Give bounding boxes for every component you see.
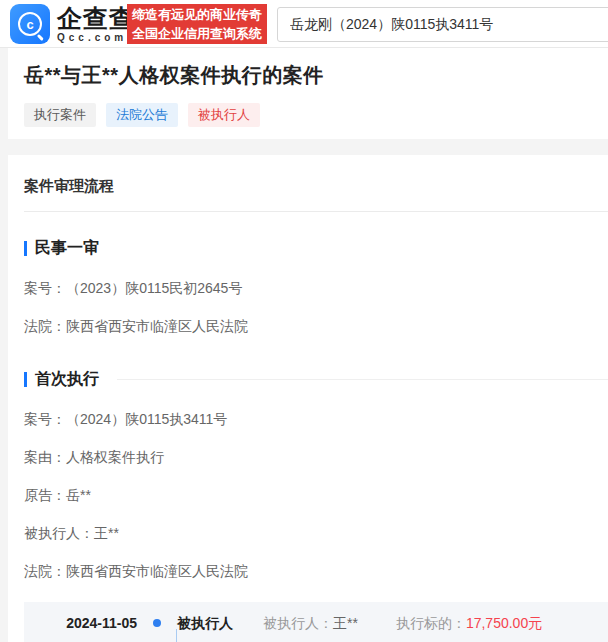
field-value: 陕西省西安市临潼区人民法院: [66, 563, 248, 579]
detail-value-amount: 17,750.00元: [466, 615, 542, 631]
page-title: 岳**与王**人格权案件执行的案件: [24, 62, 592, 89]
field-value: 陕西省西安市临潼区人民法院: [66, 318, 248, 334]
detail-value: 王**: [333, 615, 358, 631]
magnifier-icon: c: [18, 12, 42, 36]
tag-court-announcement[interactable]: 法院公告: [106, 103, 178, 127]
case-timeline: 2024-11-05 被执行人 被执行人：王** 执行标的：17,750.00元…: [24, 602, 608, 642]
divider: [117, 379, 608, 380]
timeline-date: 2024-11-05: [24, 615, 137, 631]
field-court: 法院：陕西省西安市临潼区人民法院: [24, 562, 608, 580]
timeline-details: 被执行人：王** 执行标的：17,750.00元: [263, 615, 542, 633]
blue-bar-icon: [24, 241, 27, 256]
field-label: 案号：: [24, 411, 66, 427]
brand-domain: Qcc.com: [57, 33, 135, 43]
field-value: 人格权案件执行: [66, 449, 164, 465]
blue-bar-icon: [24, 372, 27, 387]
detail-label: 被执行人：: [263, 615, 333, 631]
field-label: 被执行人：: [24, 525, 94, 541]
top-header: c 企查查 Qcc.com 缔造有远见的商业传奇 全国企业信用查询系统: [0, 0, 608, 48]
field-value: 岳**: [66, 487, 91, 503]
case-title-card: 岳**与王**人格权案件执行的案件 执行案件 法院公告 被执行人: [8, 48, 608, 139]
qcc-logo[interactable]: c 企查查 Qcc.com: [10, 4, 135, 44]
slogan-banner: 缔造有远见的商业传奇 全国企业信用查询系统: [127, 4, 267, 44]
tag-row: 执行案件 法院公告 被执行人: [24, 103, 592, 127]
field-label: 原告：: [24, 487, 66, 503]
section-heading-civil-first-trial: 民事一审: [24, 238, 608, 259]
section-heading-first-execution: 首次执行: [24, 369, 608, 390]
slogan-line-2: 全国企业信用查询系统: [132, 24, 262, 43]
field-case-number: 案号：（2023）陕0115民初2645号: [24, 279, 608, 297]
section-heading-label: 首次执行: [35, 369, 99, 390]
field-plaintiff: 原告：岳**: [24, 486, 608, 504]
slogan-line-1: 缔造有远见的商业传奇: [132, 5, 262, 24]
field-case-number: 案号：（2024）陕0115执3411号: [24, 410, 608, 428]
timeline-row-person-executed: 2024-11-05 被执行人 被执行人：王** 执行标的：17,750.00元: [24, 615, 608, 633]
field-cause: 案由：人格权案件执行: [24, 448, 608, 466]
field-person-executed: 被执行人：王**: [24, 524, 608, 542]
field-label: 法院：: [24, 563, 66, 579]
qcc-logo-icon: c: [10, 4, 50, 44]
timeline-dot-icon: [153, 619, 161, 627]
timeline-event[interactable]: 被执行人: [177, 615, 263, 633]
tag-execution-case[interactable]: 执行案件: [24, 103, 96, 127]
tag-person-executed[interactable]: 被执行人: [188, 103, 260, 127]
detail-execution-amount: 执行标的：17,750.00元: [396, 615, 542, 633]
case-flow-card: 案件审理流程 民事一审 案号：（2023）陕0115民初2645号 法院：陕西省…: [8, 155, 608, 642]
search-input[interactable]: [277, 7, 608, 42]
section-title-case-flow: 案件审理流程: [24, 177, 608, 196]
field-label: 案由：: [24, 449, 66, 465]
field-court: 法院：陕西省西安市临潼区人民法院: [24, 317, 608, 335]
field-value: （2024）陕0115执3411号: [66, 411, 227, 427]
divider: [24, 211, 608, 212]
detail-person-executed: 被执行人：王**: [263, 615, 358, 633]
timeline-node: [137, 615, 177, 627]
field-label: 法院：: [24, 318, 66, 334]
field-value: 王**: [94, 525, 119, 541]
field-value: （2023）陕0115民初2645号: [66, 280, 242, 296]
logo-text: 企查查 Qcc.com: [57, 6, 135, 43]
detail-label: 执行标的：: [396, 615, 466, 631]
section-heading-label: 民事一审: [35, 238, 99, 259]
field-label: 案号：: [24, 280, 66, 296]
brand-name: 企查查: [57, 6, 135, 31]
